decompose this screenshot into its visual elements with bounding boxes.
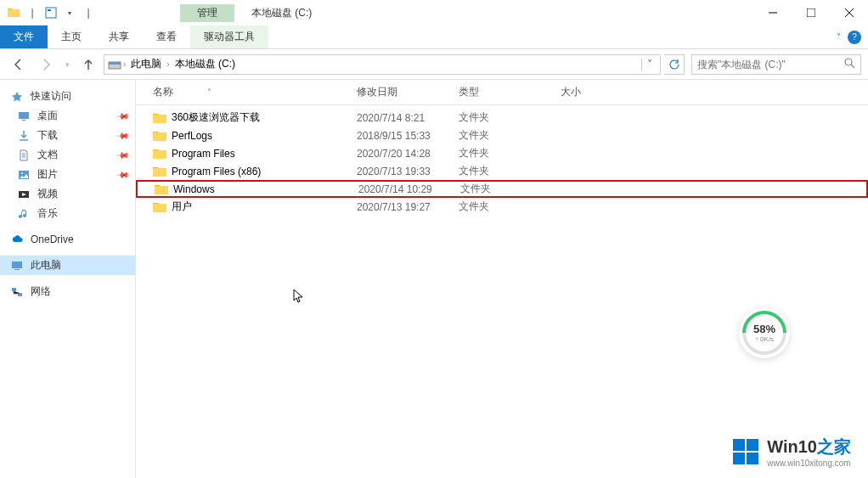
svg-rect-7 — [22, 120, 25, 121]
qat-separator: | — [25, 6, 39, 20]
qat-dropdown-icon[interactable]: ▾ — [63, 6, 76, 20]
sidebar-item-label: 视频 — [37, 187, 58, 201]
ribbon-expand-icon[interactable]: ˅ — [837, 32, 841, 42]
forward-button[interactable] — [34, 53, 58, 76]
speed-widget[interactable]: 58% ↑ 0K/s — [739, 307, 790, 358]
context-tab-manage[interactable]: 管理 — [180, 4, 234, 22]
chevron-right-icon[interactable]: › — [123, 59, 126, 69]
sort-indicator-icon: ˄ — [207, 87, 211, 97]
file-row[interactable]: Program Files (x86)2020/7/13 19:33文件夹 — [136, 162, 868, 180]
file-row[interactable]: 360极速浏览器下载2020/7/14 8:21文件夹 — [136, 109, 868, 127]
svg-point-5 — [845, 59, 852, 65]
file-name: 用户 — [172, 200, 192, 214]
column-name[interactable]: 名称˄ — [136, 85, 357, 99]
windows-logo-icon — [733, 439, 758, 464]
search-input[interactable] — [697, 59, 843, 70]
svg-rect-1 — [48, 9, 51, 11]
file-name: PerfLogs — [172, 130, 212, 142]
ribbon-right: ˅ ? — [837, 25, 868, 48]
file-name: Program Files — [172, 148, 235, 160]
sidebar-this-pc[interactable]: 此电脑 — [0, 256, 135, 275]
star-icon — [10, 90, 24, 104]
breadcrumb-dropdown[interactable]: ˅ — [641, 59, 657, 70]
svg-rect-13 — [12, 288, 16, 291]
close-button[interactable] — [830, 0, 868, 25]
tab-drive-tools[interactable]: 驱动器工具 — [190, 25, 268, 48]
sidebar: 快速访问 桌面 📌 下载 📌 文档 📌 图片 📌 视频 音乐 — [0, 80, 136, 478]
sidebar-music[interactable]: 音乐 — [0, 204, 135, 223]
sidebar-item-label: 音乐 — [37, 206, 58, 221]
properties-icon[interactable] — [44, 6, 58, 20]
sidebar-videos[interactable]: 视频 — [0, 184, 135, 204]
sidebar-pictures[interactable]: 图片 📌 — [0, 165, 135, 184]
file-row[interactable]: Windows2020/7/14 10:29文件夹 — [136, 180, 868, 198]
music-icon — [17, 207, 31, 221]
help-icon[interactable]: ? — [848, 31, 861, 44]
file-row[interactable]: 用户2020/7/13 19:27文件夹 — [136, 198, 868, 216]
tab-home[interactable]: 主页 — [48, 25, 95, 48]
file-type: 文件夹 — [459, 128, 561, 143]
file-date: 2020/7/14 8:21 — [357, 112, 459, 124]
folder-icon — [153, 130, 166, 142]
speed-rate: ↑ 0K/s — [755, 335, 774, 343]
picture-icon — [17, 168, 31, 182]
file-type: 文件夹 — [459, 200, 561, 214]
folder-icon — [153, 201, 166, 213]
document-icon — [17, 149, 31, 162]
search-box[interactable] — [691, 54, 861, 75]
breadcrumb-pc[interactable]: 此电脑 — [127, 57, 165, 71]
file-name: Program Files (x86) — [172, 166, 261, 177]
breadcrumb[interactable]: › 此电脑 › 本地磁盘 (C:) ˅ — [104, 54, 661, 75]
svg-rect-12 — [14, 269, 20, 270]
pin-icon: 📌 — [116, 109, 130, 122]
chevron-right-icon[interactable]: › — [166, 59, 169, 69]
sidebar-item-label: 快速访问 — [31, 89, 71, 104]
file-row[interactable]: PerfLogs2018/9/15 15:33文件夹 — [136, 127, 868, 144]
title-tabs: 管理 本地磁盘 (C:) — [180, 4, 329, 22]
sidebar-item-label: 下载 — [37, 128, 58, 143]
back-button[interactable] — [7, 53, 31, 76]
titlebar: | ▾ | 管理 本地磁盘 (C:) — [0, 0, 868, 25]
sidebar-downloads[interactable]: 下载 📌 — [0, 126, 135, 145]
sidebar-onedrive[interactable]: OneDrive — [0, 230, 135, 249]
column-size[interactable]: 大小 — [561, 85, 628, 99]
sidebar-item-label: 图片 — [37, 167, 58, 182]
watermark-title: Win10之家 — [767, 436, 851, 458]
minimize-button[interactable] — [753, 0, 792, 25]
svg-rect-11 — [12, 261, 22, 268]
maximize-button[interactable] — [792, 0, 830, 25]
up-button[interactable] — [76, 53, 100, 76]
file-type: 文件夹 — [460, 182, 562, 196]
file-name: 360极速浏览器下载 — [172, 110, 260, 125]
file-date: 2020/7/14 10:29 — [358, 183, 460, 195]
folder-icon — [155, 183, 168, 195]
svg-rect-2 — [807, 8, 815, 17]
quick-access-toolbar: | ▾ | — [0, 6, 95, 20]
watermark-url: www.win10xitong.com — [767, 458, 851, 468]
file-name-cell: 用户 — [136, 200, 357, 214]
refresh-button[interactable] — [664, 54, 685, 75]
folder-icon — [7, 6, 20, 20]
file-row[interactable]: Program Files2020/7/20 14:28文件夹 — [136, 144, 868, 162]
column-type[interactable]: 类型 — [459, 85, 561, 99]
column-headers: 名称˄ 修改日期 类型 大小 — [136, 80, 868, 105]
tab-share[interactable]: 共享 — [95, 25, 143, 48]
sidebar-network[interactable]: 网络 — [0, 282, 135, 301]
sidebar-desktop[interactable]: 桌面 📌 — [0, 106, 135, 126]
column-date[interactable]: 修改日期 — [357, 85, 459, 99]
video-icon — [17, 188, 31, 201]
sidebar-item-label: 桌面 — [37, 109, 58, 123]
recent-dropdown[interactable]: ▾ — [61, 53, 73, 76]
file-name: Windows — [173, 183, 215, 195]
search-icon[interactable] — [843, 57, 855, 71]
sidebar-quick-access[interactable]: 快速访问 — [0, 87, 135, 106]
breadcrumb-drive[interactable]: 本地磁盘 (C:) — [172, 57, 239, 71]
tab-file[interactable]: 文件 — [0, 25, 48, 48]
pin-icon: 📌 — [116, 128, 130, 142]
tab-view[interactable]: 查看 — [143, 25, 190, 48]
file-type: 文件夹 — [459, 110, 561, 125]
desktop-icon — [17, 110, 31, 123]
file-type: 文件夹 — [459, 146, 561, 160]
folder-icon — [153, 112, 166, 124]
sidebar-documents[interactable]: 文档 📌 — [0, 145, 135, 165]
